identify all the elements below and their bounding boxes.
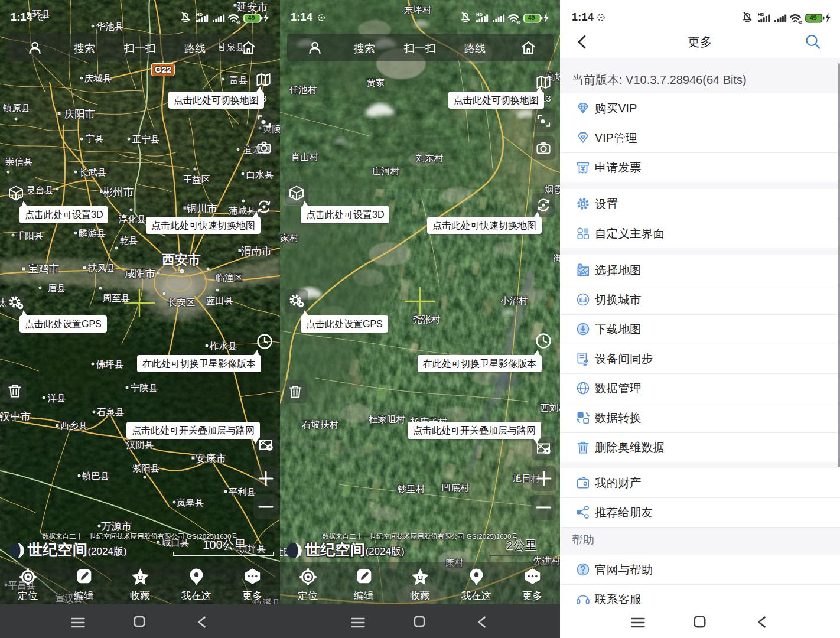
svg-text:HD: HD xyxy=(196,12,203,17)
svg-text:49: 49 xyxy=(810,14,817,21)
svg-text:3: 3 xyxy=(11,194,14,199)
svg-text:D: D xyxy=(299,194,302,199)
svg-text:49: 49 xyxy=(528,14,535,21)
svg-text:4G: 4G xyxy=(516,21,520,24)
svg-text:49: 49 xyxy=(248,14,255,21)
svg-text:D: D xyxy=(18,194,22,199)
svg-text:4G: 4G xyxy=(236,21,240,24)
svg-text:HD: HD xyxy=(758,12,764,17)
svg-text:3: 3 xyxy=(292,194,294,199)
svg-text:4G: 4G xyxy=(798,21,802,24)
svg-text:HD: HD xyxy=(476,12,483,17)
